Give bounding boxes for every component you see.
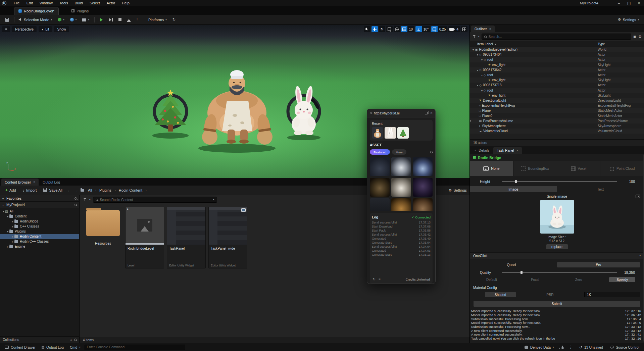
- menu-tools[interactable]: Tools: [56, 1, 71, 5]
- asset-thumb-wooden-chair[interactable]: [413, 198, 433, 211]
- menu-actor[interactable]: Actor: [103, 1, 119, 5]
- mode-boundingbox[interactable]: BoundingBox: [513, 161, 557, 176]
- add-image-icon[interactable]: [636, 195, 640, 198]
- add-collection-icon[interactable]: +: [70, 338, 72, 342]
- source-control-button[interactable]: Source Control: [608, 345, 641, 349]
- asset-thumb-ornate-cabinet[interactable]: [370, 178, 390, 197]
- menu-select[interactable]: Select: [86, 1, 103, 5]
- show-dropdown[interactable]: Show: [54, 26, 69, 32]
- outliner-row[interactable]: env_lightSkyLight: [470, 62, 644, 67]
- content-browser-settings[interactable]: ⚙Settings: [448, 188, 467, 193]
- close-icon[interactable]: ×: [430, 111, 433, 115]
- camera-speed-value[interactable]: 4: [455, 26, 460, 32]
- asset-resources-folder[interactable]: Resources: [84, 207, 122, 245]
- grid-snap-value[interactable]: 10: [407, 26, 414, 32]
- popout-icon[interactable]: [425, 112, 428, 114]
- content-search-input[interactable]: [100, 198, 211, 202]
- forward-button[interactable]: →: [73, 188, 79, 192]
- recent-thumb-tree[interactable]: [397, 127, 409, 139]
- height-slider[interactable]: [502, 179, 617, 184]
- scale-snap-control[interactable]: 0.25: [431, 26, 447, 32]
- output-log-button[interactable]: ▤Output Log: [40, 345, 66, 349]
- outliner-row[interactable]: DirectionalLightDirectionalLight: [470, 98, 644, 103]
- breadcrumb-plugins[interactable]: Plugins: [99, 188, 112, 192]
- outliner-row[interactable]: rootActor: [470, 72, 644, 78]
- menu-edit[interactable]: Edit: [23, 1, 36, 5]
- tree-item-engine[interactable]: Engine: [0, 244, 79, 249]
- camera-speed-control[interactable]: 4: [448, 26, 460, 32]
- oneclick-header[interactable]: OneClick ▾: [470, 252, 644, 259]
- collections-bar[interactable]: Collections +: [0, 336, 79, 343]
- more-options-button[interactable]: ⋮: [567, 345, 574, 349]
- save-button[interactable]: [3, 16, 11, 23]
- tab-task-panel[interactable]: Task Panel ×: [493, 147, 522, 154]
- gear-icon[interactable]: ⚙: [638, 35, 642, 39]
- search-icon[interactable]: [75, 204, 77, 206]
- search-icon[interactable]: [75, 197, 77, 200]
- shaded-button[interactable]: Shaded: [485, 292, 516, 297]
- viewport-menu-button[interactable]: ≡: [2, 26, 10, 32]
- replace-button[interactable]: replace: [546, 244, 568, 249]
- content-search[interactable]: ▾: [93, 197, 217, 203]
- breadcrumb-all[interactable]: All: [87, 188, 93, 192]
- asset-taskpanel[interactable]: TaskPanel Editor Utility Widget: [167, 207, 206, 268]
- bunny-plush[interactable]: [288, 86, 319, 135]
- derived-data-button[interactable]: Derived Data▾: [523, 345, 556, 349]
- tree-item-rodin-cpp-classes[interactable]: Rodin C++ Classes: [0, 239, 79, 244]
- menu-window[interactable]: Window: [36, 1, 56, 5]
- outliner-search-input[interactable]: [489, 35, 629, 39]
- outliner-row[interactable]: RodinBridgeLevel (Editor)World: [470, 47, 644, 52]
- filter-icon[interactable]: [472, 35, 476, 38]
- outliner-row[interactable]: env_lightSkyLight: [470, 93, 644, 98]
- add-button[interactable]: +Add: [3, 187, 19, 194]
- rotation-snap-control[interactable]: ∠ 10°: [415, 26, 430, 32]
- filter-icon[interactable]: [83, 198, 87, 201]
- asset-thumb-dark-figure[interactable]: [413, 178, 433, 197]
- outliner-row[interactable]: rootActor: [470, 57, 644, 62]
- mode-none[interactable]: None: [470, 161, 513, 176]
- unsaved-button[interactable]: ↺13 Unsaved: [577, 345, 605, 349]
- save-all-button[interactable]: Save All: [41, 187, 65, 194]
- menu-help[interactable]: Help: [118, 1, 133, 5]
- asset-thumb-wooden-crate[interactable]: [391, 198, 411, 211]
- tree-item-rodin-content[interactable]: Rodin Content: [0, 234, 79, 239]
- mine-tab[interactable]: Mine: [392, 149, 406, 155]
- hyper3d-title-bar[interactable]: https://hyper3d.ai ×: [367, 109, 435, 117]
- asset-taskpanel-wide[interactable]: TaskPanel_wide Editor Utility Widget: [208, 207, 247, 268]
- image-tab[interactable]: Image: [470, 186, 557, 192]
- tab-output-log[interactable]: Output Log: [39, 179, 63, 186]
- ogre-character[interactable]: [202, 70, 273, 145]
- asset-thumb-skeletal-horse[interactable]: [391, 178, 411, 197]
- outliner-row[interactable]: Plane2StaticMeshActor: [470, 113, 644, 118]
- outliner-row[interactable]: ▾PostProcessVolumePostProcessVolume: [470, 118, 644, 123]
- christmas-tree[interactable]: [154, 90, 187, 132]
- add-actor-button[interactable]: ▾: [55, 16, 67, 23]
- move-tool-button[interactable]: [371, 26, 378, 32]
- recent-thumb-ogre[interactable]: [372, 127, 383, 139]
- scrollbar[interactable]: [643, 154, 644, 342]
- height-value[interactable]: 100: [622, 180, 635, 184]
- back-button[interactable]: ←: [66, 188, 72, 192]
- scale-tool-button[interactable]: [386, 26, 393, 32]
- resolution-dropdown[interactable]: 1K: [584, 292, 640, 297]
- outliner-header[interactable]: Item Label▲ Type: [470, 41, 644, 47]
- text-tab[interactable]: Text: [557, 186, 644, 192]
- frame-skip-button[interactable]: [107, 17, 115, 23]
- world-space-button[interactable]: [394, 26, 400, 32]
- stop-button[interactable]: [116, 17, 124, 22]
- quad-option[interactable]: Quad: [507, 263, 516, 267]
- tree-item-plugins[interactable]: Plugins: [0, 229, 79, 234]
- lit-dropdown[interactable]: ◐Lit: [39, 26, 52, 32]
- pro-button[interactable]: Pro: [557, 262, 640, 267]
- option-focal[interactable]: Focal: [531, 278, 539, 282]
- close-button[interactable]: ×: [634, 0, 644, 6]
- live-coding-button[interactable]: ↻: [170, 16, 178, 23]
- mode-voxel[interactable]: Voxel: [557, 161, 601, 176]
- select-tool-button[interactable]: [364, 26, 370, 32]
- option-zero[interactable]: Zero: [575, 278, 582, 282]
- platforms-dropdown[interactable]: Platforms ▾: [146, 16, 169, 23]
- tree-item-rodinbridge[interactable]: RodinBridge: [0, 219, 79, 224]
- console-command-input[interactable]: [85, 345, 185, 350]
- maximize-viewport-button[interactable]: [461, 26, 467, 32]
- outliner-row[interactable]: 0903173642Actor: [470, 67, 644, 72]
